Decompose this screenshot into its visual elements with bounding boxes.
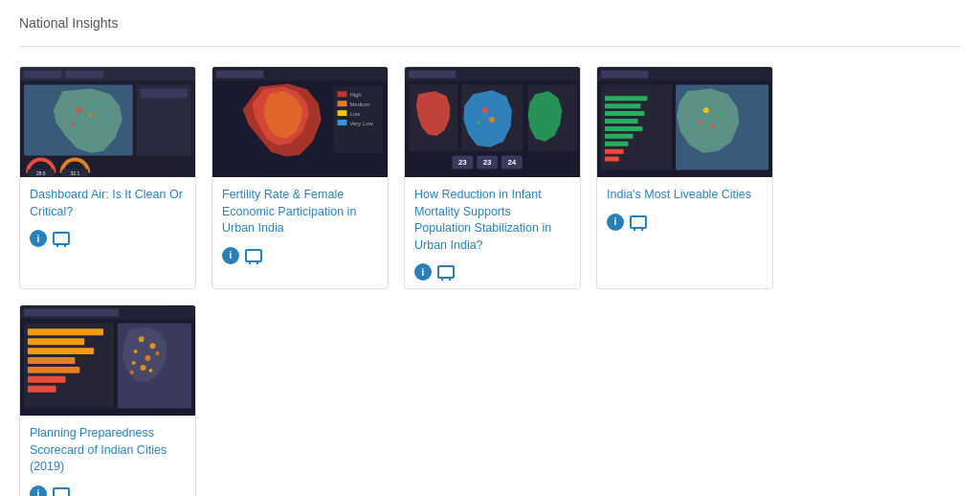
svg-text:High: High — [349, 92, 361, 98]
svg-point-81 — [139, 336, 145, 342]
card-fertility-rate: High Medium Low Very Low Fertility Rate … — [212, 66, 389, 289]
svg-rect-56 — [605, 119, 638, 124]
svg-point-7 — [89, 113, 93, 117]
svg-point-67 — [719, 113, 723, 117]
svg-rect-18 — [216, 71, 263, 79]
card-infant-mortality: 23 23 24 How Reduction in Infant Mortali… — [404, 66, 581, 289]
svg-text:Low: Low — [349, 111, 361, 117]
monitor-button-planning-preparedness[interactable] — [53, 487, 70, 497]
card-title-planning-preparedness[interactable]: Planning Preparedness Scorecard of India… — [30, 425, 186, 476]
svg-point-85 — [132, 361, 136, 365]
svg-rect-29 — [338, 120, 347, 125]
svg-rect-71 — [24, 323, 114, 408]
card-body-dashboard-air: Dashboard Air: Is It Clean Or Critical? … — [20, 177, 195, 255]
card-body-fertility-rate: Fertility Rate & Female Economic Partici… — [212, 177, 388, 272]
svg-point-39 — [489, 117, 495, 123]
svg-rect-3 — [65, 71, 103, 79]
thumbnail-fertility-rate: High Medium Low Very Low — [212, 67, 388, 177]
svg-point-84 — [145, 355, 151, 361]
svg-rect-59 — [605, 142, 629, 147]
svg-rect-33 — [409, 71, 456, 79]
card-body-planning-preparedness: Planning Preparedness Scorecard of India… — [20, 416, 195, 496]
svg-point-83 — [134, 349, 138, 353]
card-footer-planning-preparedness: i — [30, 485, 186, 497]
card-footer-infant-mortality: i — [414, 263, 570, 281]
svg-rect-53 — [605, 96, 648, 101]
card-title-fertility-rate[interactable]: Fertility Rate & Female Economic Partici… — [222, 187, 378, 237]
svg-point-9 — [70, 123, 74, 126]
card-planning-preparedness: Planning Preparedness Scorecard of India… — [19, 304, 196, 496]
svg-point-82 — [150, 343, 156, 349]
card-liveable-cities: India's Most Liveable Cities i — [596, 66, 773, 289]
thumbnail-liveable-cities — [597, 67, 772, 177]
info-button-infant-mortality[interactable]: i — [414, 263, 432, 281]
svg-text:Medium: Medium — [349, 101, 369, 107]
svg-text:23: 23 — [458, 159, 467, 168]
svg-point-89 — [149, 369, 153, 372]
card-footer-fertility-rate: i — [222, 247, 378, 264]
map-air: 28.5 32.1 — [20, 67, 195, 177]
monitor-button-dashboard-air[interactable] — [53, 232, 70, 245]
svg-point-86 — [155, 351, 159, 355]
svg-point-38 — [482, 107, 488, 113]
card-title-infant-mortality[interactable]: How Reduction in Infant Mortality Suppor… — [414, 187, 570, 254]
svg-point-6 — [76, 107, 81, 113]
svg-rect-23 — [338, 91, 347, 97]
info-button-liveable-cities[interactable]: i — [607, 214, 624, 231]
svg-rect-54 — [605, 103, 641, 108]
svg-rect-74 — [28, 348, 94, 354]
svg-rect-25 — [338, 101, 347, 106]
svg-text:24: 24 — [507, 159, 516, 168]
svg-rect-76 — [28, 367, 79, 373]
card-row-1: 28.5 32.1 Dashboard Air: Is It Clean Or … — [19, 66, 961, 496]
svg-rect-11 — [141, 88, 188, 98]
card-body-liveable-cities: India's Most Liveable Cities i — [597, 177, 772, 238]
svg-text:32.1: 32.1 — [71, 171, 80, 176]
svg-rect-27 — [338, 110, 347, 116]
svg-rect-61 — [605, 157, 619, 162]
svg-rect-77 — [28, 376, 66, 383]
svg-point-40 — [477, 121, 480, 124]
svg-point-66 — [711, 124, 715, 128]
info-button-dashboard-air[interactable]: i — [30, 230, 47, 247]
svg-rect-73 — [28, 338, 84, 345]
monitor-button-infant-mortality[interactable] — [437, 265, 455, 279]
svg-text:28.5: 28.5 — [36, 171, 46, 176]
info-button-planning-preparedness[interactable]: i — [30, 485, 47, 497]
svg-point-88 — [130, 371, 134, 374]
monitor-button-fertility-rate[interactable] — [245, 249, 262, 262]
svg-rect-51 — [601, 71, 648, 79]
card-title-dashboard-air[interactable]: Dashboard Air: Is It Clean Or Critical? — [30, 187, 186, 220]
svg-rect-58 — [605, 134, 634, 139]
svg-rect-60 — [605, 149, 624, 154]
svg-rect-57 — [605, 126, 643, 131]
svg-point-65 — [698, 121, 702, 124]
monitor-button-liveable-cities[interactable] — [630, 215, 647, 229]
section-divider — [19, 46, 961, 47]
svg-rect-55 — [605, 111, 645, 116]
svg-rect-78 — [28, 386, 56, 393]
card-title-liveable-cities[interactable]: India's Most Liveable Cities — [607, 187, 763, 204]
svg-text:23: 23 — [483, 159, 492, 168]
card-body-infant-mortality: How Reduction in Infant Mortality Suppor… — [405, 177, 580, 288]
svg-rect-70 — [24, 309, 119, 317]
card-footer-liveable-cities: i — [607, 214, 763, 231]
svg-point-87 — [141, 365, 146, 371]
svg-point-64 — [703, 107, 709, 113]
card-footer-dashboard-air: i — [30, 230, 186, 247]
thumbnail-infant-mortality: 23 23 24 — [405, 67, 580, 177]
info-button-fertility-rate[interactable]: i — [222, 247, 239, 264]
svg-rect-75 — [28, 357, 75, 364]
section-title: National Insights — [19, 15, 961, 31]
svg-point-8 — [94, 101, 98, 105]
card-dashboard-air: 28.5 32.1 Dashboard Air: Is It Clean Or … — [19, 66, 196, 289]
svg-rect-72 — [28, 328, 103, 335]
thumbnail-dashboard-air: 28.5 32.1 — [20, 67, 195, 177]
thumbnail-planning-preparedness — [20, 305, 195, 416]
svg-text:Very Low: Very Low — [349, 121, 373, 126]
svg-rect-2 — [24, 71, 62, 79]
